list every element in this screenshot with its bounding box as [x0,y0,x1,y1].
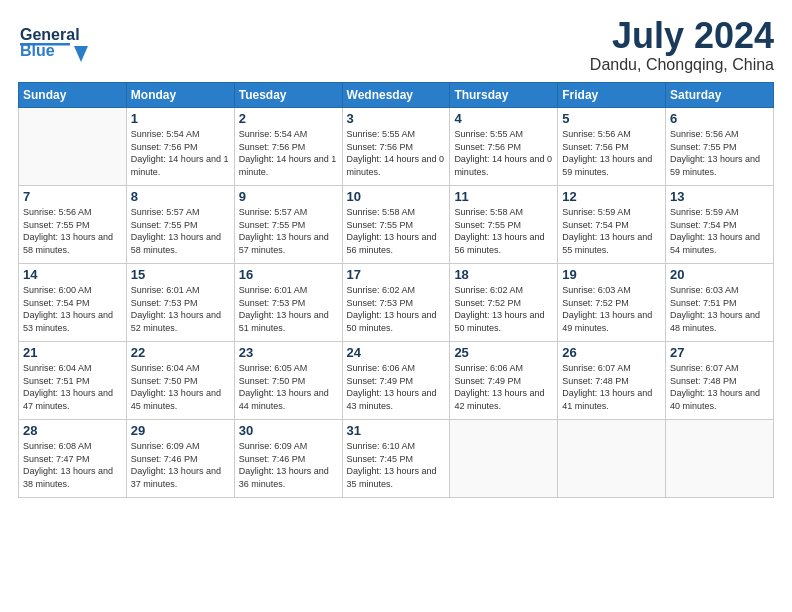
day-info: Sunrise: 6:03 AMSunset: 7:52 PMDaylight:… [562,284,661,334]
day-info: Sunrise: 5:58 AMSunset: 7:55 PMDaylight:… [454,206,553,256]
day-info: Sunrise: 6:07 AMSunset: 7:48 PMDaylight:… [562,362,661,412]
day-info: Sunrise: 5:59 AMSunset: 7:54 PMDaylight:… [562,206,661,256]
col-tuesday: Tuesday [234,83,342,108]
location: Dandu, Chongqing, China [590,56,774,74]
day-number: 9 [239,189,338,204]
calendar-cell: 1Sunrise: 5:54 AMSunset: 7:56 PMDaylight… [126,108,234,186]
col-sunday: Sunday [19,83,127,108]
calendar-week-1: 1Sunrise: 5:54 AMSunset: 7:56 PMDaylight… [19,108,774,186]
day-number: 1 [131,111,230,126]
calendar-cell: 17Sunrise: 6:02 AMSunset: 7:53 PMDayligh… [342,264,450,342]
header-row: Sunday Monday Tuesday Wednesday Thursday… [19,83,774,108]
svg-rect-3 [20,43,70,46]
calendar-cell: 10Sunrise: 5:58 AMSunset: 7:55 PMDayligh… [342,186,450,264]
day-info: Sunrise: 6:10 AMSunset: 7:45 PMDaylight:… [347,440,446,490]
day-number: 16 [239,267,338,282]
day-number: 19 [562,267,661,282]
svg-marker-2 [74,46,88,62]
day-number: 17 [347,267,446,282]
day-info: Sunrise: 6:00 AMSunset: 7:54 PMDaylight:… [23,284,122,334]
calendar-cell: 2Sunrise: 5:54 AMSunset: 7:56 PMDaylight… [234,108,342,186]
logo-svg: General Blue [18,18,88,68]
day-number: 23 [239,345,338,360]
day-number: 5 [562,111,661,126]
calendar-cell: 18Sunrise: 6:02 AMSunset: 7:52 PMDayligh… [450,264,558,342]
calendar-cell [558,420,666,498]
calendar-cell: 5Sunrise: 5:56 AMSunset: 7:56 PMDaylight… [558,108,666,186]
day-info: Sunrise: 6:09 AMSunset: 7:46 PMDaylight:… [239,440,338,490]
calendar-cell: 27Sunrise: 6:07 AMSunset: 7:48 PMDayligh… [666,342,774,420]
day-info: Sunrise: 6:02 AMSunset: 7:52 PMDaylight:… [454,284,553,334]
header: General Blue July 2024 Dandu, Chongqing,… [18,18,774,74]
day-info: Sunrise: 6:03 AMSunset: 7:51 PMDaylight:… [670,284,769,334]
calendar-week-3: 14Sunrise: 6:00 AMSunset: 7:54 PMDayligh… [19,264,774,342]
day-number: 3 [347,111,446,126]
calendar-cell: 3Sunrise: 5:55 AMSunset: 7:56 PMDaylight… [342,108,450,186]
calendar-cell: 13Sunrise: 5:59 AMSunset: 7:54 PMDayligh… [666,186,774,264]
day-info: Sunrise: 5:56 AMSunset: 7:55 PMDaylight:… [670,128,769,178]
col-friday: Friday [558,83,666,108]
col-monday: Monday [126,83,234,108]
calendar-cell: 24Sunrise: 6:06 AMSunset: 7:49 PMDayligh… [342,342,450,420]
calendar-cell: 23Sunrise: 6:05 AMSunset: 7:50 PMDayligh… [234,342,342,420]
title-block: July 2024 Dandu, Chongqing, China [590,18,774,74]
day-number: 28 [23,423,122,438]
calendar-cell: 11Sunrise: 5:58 AMSunset: 7:55 PMDayligh… [450,186,558,264]
day-info: Sunrise: 5:54 AMSunset: 7:56 PMDaylight:… [131,128,230,178]
calendar-cell: 21Sunrise: 6:04 AMSunset: 7:51 PMDayligh… [19,342,127,420]
month-title: July 2024 [590,18,774,54]
calendar-cell: 12Sunrise: 5:59 AMSunset: 7:54 PMDayligh… [558,186,666,264]
day-info: Sunrise: 6:02 AMSunset: 7:53 PMDaylight:… [347,284,446,334]
calendar-cell: 28Sunrise: 6:08 AMSunset: 7:47 PMDayligh… [19,420,127,498]
day-info: Sunrise: 6:08 AMSunset: 7:47 PMDaylight:… [23,440,122,490]
day-number: 14 [23,267,122,282]
day-info: Sunrise: 5:54 AMSunset: 7:56 PMDaylight:… [239,128,338,178]
day-number: 29 [131,423,230,438]
day-info: Sunrise: 6:04 AMSunset: 7:50 PMDaylight:… [131,362,230,412]
day-info: Sunrise: 6:09 AMSunset: 7:46 PMDaylight:… [131,440,230,490]
calendar-cell: 26Sunrise: 6:07 AMSunset: 7:48 PMDayligh… [558,342,666,420]
day-number: 18 [454,267,553,282]
calendar-cell: 22Sunrise: 6:04 AMSunset: 7:50 PMDayligh… [126,342,234,420]
calendar-cell [666,420,774,498]
day-number: 10 [347,189,446,204]
calendar-cell: 29Sunrise: 6:09 AMSunset: 7:46 PMDayligh… [126,420,234,498]
calendar-cell: 14Sunrise: 6:00 AMSunset: 7:54 PMDayligh… [19,264,127,342]
calendar-table: Sunday Monday Tuesday Wednesday Thursday… [18,82,774,498]
day-info: Sunrise: 6:01 AMSunset: 7:53 PMDaylight:… [239,284,338,334]
calendar-cell: 25Sunrise: 6:06 AMSunset: 7:49 PMDayligh… [450,342,558,420]
col-wednesday: Wednesday [342,83,450,108]
day-info: Sunrise: 5:59 AMSunset: 7:54 PMDaylight:… [670,206,769,256]
day-number: 20 [670,267,769,282]
day-number: 22 [131,345,230,360]
day-number: 2 [239,111,338,126]
calendar-cell: 4Sunrise: 5:55 AMSunset: 7:56 PMDaylight… [450,108,558,186]
day-number: 13 [670,189,769,204]
svg-text:General: General [20,26,80,43]
day-number: 11 [454,189,553,204]
calendar-week-4: 21Sunrise: 6:04 AMSunset: 7:51 PMDayligh… [19,342,774,420]
day-number: 12 [562,189,661,204]
day-number: 8 [131,189,230,204]
day-info: Sunrise: 5:55 AMSunset: 7:56 PMDaylight:… [454,128,553,178]
day-number: 25 [454,345,553,360]
day-info: Sunrise: 5:57 AMSunset: 7:55 PMDaylight:… [131,206,230,256]
day-number: 26 [562,345,661,360]
day-info: Sunrise: 5:58 AMSunset: 7:55 PMDaylight:… [347,206,446,256]
calendar-cell: 20Sunrise: 6:03 AMSunset: 7:51 PMDayligh… [666,264,774,342]
day-number: 24 [347,345,446,360]
calendar-cell: 30Sunrise: 6:09 AMSunset: 7:46 PMDayligh… [234,420,342,498]
col-thursday: Thursday [450,83,558,108]
day-info: Sunrise: 5:56 AMSunset: 7:56 PMDaylight:… [562,128,661,178]
day-number: 30 [239,423,338,438]
day-info: Sunrise: 6:06 AMSunset: 7:49 PMDaylight:… [454,362,553,412]
calendar-week-2: 7Sunrise: 5:56 AMSunset: 7:55 PMDaylight… [19,186,774,264]
day-info: Sunrise: 6:04 AMSunset: 7:51 PMDaylight:… [23,362,122,412]
calendar-week-5: 28Sunrise: 6:08 AMSunset: 7:47 PMDayligh… [19,420,774,498]
calendar-cell: 16Sunrise: 6:01 AMSunset: 7:53 PMDayligh… [234,264,342,342]
day-number: 27 [670,345,769,360]
calendar-cell: 8Sunrise: 5:57 AMSunset: 7:55 PMDaylight… [126,186,234,264]
calendar-cell: 7Sunrise: 5:56 AMSunset: 7:55 PMDaylight… [19,186,127,264]
calendar-cell: 19Sunrise: 6:03 AMSunset: 7:52 PMDayligh… [558,264,666,342]
calendar-cell: 15Sunrise: 6:01 AMSunset: 7:53 PMDayligh… [126,264,234,342]
